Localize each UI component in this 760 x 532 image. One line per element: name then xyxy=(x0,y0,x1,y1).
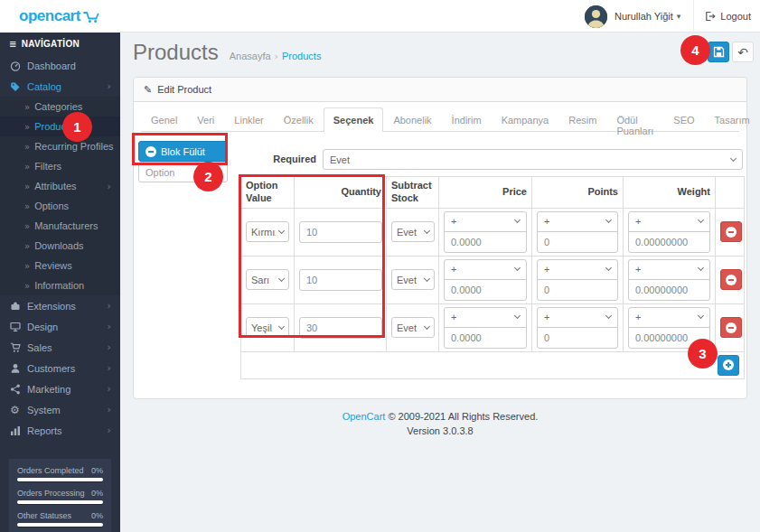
sidebar-item-information[interactable]: »Information xyxy=(0,275,120,295)
sidebar-item-extensions[interactable]: Extensions› xyxy=(0,295,120,316)
submenu-arrow-icon: » xyxy=(24,102,30,112)
sidebar-item-design[interactable]: Design› xyxy=(0,316,120,337)
back-button[interactable]: ↶ xyxy=(732,42,754,62)
points-input[interactable] xyxy=(537,279,618,301)
sidebar-item-filters[interactable]: »Filters xyxy=(0,156,120,176)
weight-prefix-select[interactable]: + xyxy=(628,259,710,280)
main-content: Products Anasayfa›Products ↶ ✎ Edit Prod… xyxy=(120,33,760,532)
points-input[interactable] xyxy=(537,231,618,253)
cart-icon xyxy=(83,10,101,23)
breadcrumb-current[interactable]: Products xyxy=(282,51,321,61)
tab-veri[interactable]: Veri xyxy=(187,107,224,132)
logout-icon xyxy=(705,11,716,22)
tab-genel[interactable]: Genel xyxy=(141,107,187,132)
price-prefix-select[interactable]: + xyxy=(444,259,527,280)
stat-orders-processing: Orders Processing0% xyxy=(17,489,103,504)
header-actions xyxy=(716,177,745,209)
weight-prefix-select[interactable]: + xyxy=(628,211,710,232)
chevron-right-icon: › xyxy=(108,341,111,353)
chevron-right-icon: › xyxy=(108,404,111,415)
tag-icon xyxy=(9,81,21,92)
hamburger-icon: ≡ xyxy=(9,39,17,49)
price-prefix-select[interactable]: + xyxy=(444,211,527,232)
opencart-logo-text: opencart xyxy=(19,7,80,25)
breadcrumb: Anasayfa›Products xyxy=(230,51,322,62)
sidebar-item-downloads[interactable]: »Downloads xyxy=(0,236,120,256)
weight-input[interactable] xyxy=(628,279,710,301)
weight-prefix-select[interactable]: + xyxy=(628,307,710,328)
remove-option-value-button[interactable] xyxy=(720,269,742,290)
tab-tasarim[interactable]: Tasarım xyxy=(705,107,760,132)
submenu-arrow-icon: » xyxy=(24,261,30,271)
sidebar-item-marketing[interactable]: Marketing› xyxy=(0,378,120,399)
dashboard-icon xyxy=(9,61,21,71)
points-prefix-select[interactable]: + xyxy=(537,211,618,232)
sidebar-item-catalog[interactable]: Catalog › xyxy=(0,76,120,97)
add-option-value-button[interactable] xyxy=(718,355,739,376)
sidebar-item-reviews[interactable]: »Reviews xyxy=(0,256,120,275)
price-input[interactable] xyxy=(444,327,527,349)
stat-value: 0% xyxy=(91,511,103,520)
tab-kampanya[interactable]: Kampanya xyxy=(492,107,559,132)
submenu-arrow-icon: » xyxy=(24,162,30,172)
points-prefix-select[interactable]: + xyxy=(537,307,618,328)
tab-seo[interactable]: SEO xyxy=(663,107,704,132)
logout-label: Logout xyxy=(720,11,751,22)
sidebar-item-reports[interactable]: Reports› xyxy=(0,420,120,441)
chevron-down-icon xyxy=(514,265,521,271)
remove-option-value-button[interactable] xyxy=(720,317,742,338)
price-prefix-select[interactable]: + xyxy=(444,307,527,328)
tab-resim[interactable]: Resim xyxy=(558,107,606,132)
remove-option-value-button[interactable] xyxy=(720,221,742,242)
version-text: Version 3.0.3.8 xyxy=(120,425,760,439)
chevron-down-icon xyxy=(424,275,430,281)
plus-circle-icon xyxy=(723,359,734,370)
sidebar-item-categories[interactable]: »Categories xyxy=(0,97,120,117)
sidebar-item-attributes[interactable]: »Attributes› xyxy=(0,176,120,196)
price-input[interactable] xyxy=(444,231,527,253)
opencart-logo[interactable]: opencart xyxy=(0,0,120,33)
points-input[interactable] xyxy=(537,327,618,349)
sidebar-item-products[interactable]: »Products xyxy=(0,117,120,136)
tab-linkler[interactable]: Linkler xyxy=(224,107,273,132)
tab-secenek[interactable]: Seçenek xyxy=(324,107,384,132)
submenu-arrow-icon: » xyxy=(24,221,30,231)
breadcrumb-home[interactable]: Anasayfa xyxy=(230,51,271,61)
weight-input[interactable] xyxy=(628,231,710,253)
subtract-stock-select[interactable]: Evet xyxy=(391,269,435,290)
sidebar-item-recurring-profiles[interactable]: »Recurring Profiles xyxy=(0,136,120,156)
sidebar: ≡ NAVİGATİON Dashboard Catalog › »Catego… xyxy=(0,33,120,532)
breadcrumb-separator: › xyxy=(275,51,278,62)
required-select[interactable]: Evet xyxy=(323,149,743,170)
save-button[interactable] xyxy=(708,42,729,62)
chevron-down-icon xyxy=(605,265,612,271)
avatar[interactable] xyxy=(585,5,607,28)
sidebar-item-customers[interactable]: Customers› xyxy=(0,358,120,378)
annotation-rect-option-button xyxy=(132,133,228,165)
chevron-down-icon xyxy=(605,217,612,223)
sidebar-item-dashboard[interactable]: Dashboard xyxy=(0,55,120,76)
undo-icon: ↶ xyxy=(737,45,748,60)
sidebar-item-options[interactable]: »Options xyxy=(0,196,120,216)
tab-abonelik[interactable]: Abonelik xyxy=(383,107,441,132)
points-prefix-select[interactable]: + xyxy=(537,259,618,280)
page-title: Products xyxy=(133,40,219,65)
save-icon xyxy=(713,46,725,58)
chevron-down-icon xyxy=(698,217,704,223)
sidebar-item-manufacturers[interactable]: »Manufacturers xyxy=(0,216,120,236)
opencart-footer-link[interactable]: OpenCart xyxy=(342,411,386,422)
tab-ozellik[interactable]: Özellik xyxy=(274,107,324,132)
price-input[interactable] xyxy=(444,279,527,301)
user-menu[interactable]: Nurullah Yiğit xyxy=(615,11,673,22)
pencil-icon: ✎ xyxy=(144,84,152,96)
header-subtract-stock: Subtract Stock xyxy=(387,177,439,209)
subtract-stock-select[interactable]: Evet xyxy=(391,317,435,338)
sidebar-item-system[interactable]: ⚙ System› xyxy=(0,399,120,420)
sidebar-item-sales[interactable]: Sales› xyxy=(0,337,120,358)
subtract-stock-select[interactable]: Evet xyxy=(391,221,435,242)
tab-odul-puanlari[interactable]: Ödül Puanları xyxy=(606,107,663,132)
logout-button[interactable]: Logout xyxy=(705,11,751,22)
submenu-arrow-icon: » xyxy=(24,281,30,291)
progress-bar xyxy=(17,478,103,481)
tab-indirim[interactable]: İndirim xyxy=(442,107,492,132)
